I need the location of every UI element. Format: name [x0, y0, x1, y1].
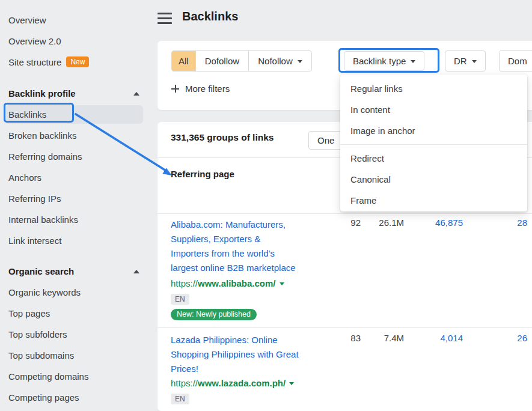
sidebar-item-label: Site structure — [8, 57, 61, 67]
title-line: Lazada Philippines: Online — [171, 333, 345, 347]
title-line: Suppliers, Exporters & — [171, 232, 345, 246]
sidebar-item-overview-2[interactable]: Overview 2.0 — [0, 31, 149, 52]
metric-link[interactable]: 4,014 — [415, 333, 463, 343]
sidebar-item-competing-pages[interactable]: Competing pages — [0, 387, 149, 408]
more-filters-label: More filters — [185, 84, 230, 94]
chevron-down-icon — [411, 60, 415, 63]
menu-hamburger-icon[interactable] — [157, 13, 172, 24]
sidebar-item-top-pages[interactable]: Top pages — [0, 303, 149, 324]
metric-value: 92 — [325, 218, 361, 228]
collapse-caret-icon — [133, 92, 139, 96]
chevron-down-icon — [298, 60, 302, 63]
url-scheme: https:// — [171, 278, 198, 288]
menu-divider — [340, 144, 527, 145]
menu-item-canonical[interactable]: Canonical — [340, 169, 527, 190]
sidebar: Overview Overview 2.0 Site structureNew … — [0, 0, 149, 411]
dr-filter-button[interactable]: DR — [445, 50, 486, 72]
chevron-down-icon[interactable] — [289, 382, 294, 385]
page-title: Backlinks — [182, 10, 238, 23]
plus-icon — [171, 85, 179, 93]
filter-dofollow-button[interactable]: Dofollow — [196, 51, 249, 71]
chevron-down-icon[interactable] — [280, 282, 284, 285]
domain-filter-button[interactable]: Dom — [499, 50, 532, 72]
menu-item-image-in-anchor[interactable]: Image in anchor — [340, 120, 527, 141]
referring-page-title-link[interactable]: Lazada Philippines: Online Shopping Phil… — [171, 333, 345, 376]
collapse-caret-icon — [133, 270, 139, 273]
section-title: Backlink profile — [8, 88, 76, 99]
sidebar-item-top-subfolders[interactable]: Top subfolders — [0, 324, 149, 345]
referring-page-url-link[interactable]: https://www.alibaba.com/ — [171, 278, 284, 288]
sidebar-spacer — [0, 73, 149, 83]
sidebar-item-referring-ips[interactable]: Referring IPs — [0, 188, 149, 209]
url-domain: www.lazada.com.ph/ — [198, 378, 286, 388]
column-header-referring-page[interactable]: Referring page — [171, 169, 234, 179]
menu-item-in-content[interactable]: In content — [340, 99, 527, 120]
menu-item-frame[interactable]: Frame — [340, 190, 527, 211]
metric-link[interactable]: 28 — [479, 218, 527, 228]
filter-all-button[interactable]: All — [172, 51, 196, 71]
sidebar-item-top-subdomains[interactable]: Top subdomains — [0, 345, 149, 366]
follow-filter-segmented-control: All Dofollow Nofollow — [171, 50, 312, 72]
menu-item-regular-links[interactable]: Regular links — [340, 78, 527, 99]
divider — [157, 327, 532, 328]
sidebar-item-overview[interactable]: Overview — [0, 10, 149, 31]
sidebar-item-competing-domains[interactable]: Competing domains — [0, 366, 149, 387]
language-badge: EN — [171, 394, 189, 404]
url-scheme: https:// — [171, 378, 198, 388]
app-screen: Overview Overview 2.0 Site structureNew … — [0, 0, 532, 411]
sidebar-section-backlink-profile[interactable]: Backlink profile — [0, 83, 149, 104]
sidebar-item-site-structure[interactable]: Site structureNew — [0, 52, 149, 73]
domain-filter-label: Dom — [508, 56, 527, 66]
title-line: Prices! — [171, 362, 345, 376]
referring-page-url-link[interactable]: https://www.lazada.com.ph/ — [171, 378, 294, 388]
dr-label: DR — [454, 56, 467, 66]
sidebar-item-backlinks[interactable]: Backlinks — [5, 105, 143, 124]
title-line: Shopping Philippines with Great — [171, 347, 345, 362]
filter-nofollow-button[interactable]: Nofollow — [249, 51, 311, 71]
menu-item-redirect[interactable]: Redirect — [340, 148, 527, 169]
metric-value: 83 — [325, 333, 361, 343]
sidebar-item-internal-backlinks[interactable]: Internal backlinks — [0, 209, 149, 230]
title-line: Importers from the world's — [171, 246, 345, 261]
sidebar-spacer — [0, 251, 149, 261]
sidebar-section-organic-search[interactable]: Organic search — [0, 261, 149, 282]
results-count: 331,365 groups of links — [171, 132, 274, 143]
more-filters-button[interactable]: More filters — [171, 78, 230, 99]
metric-link[interactable]: 46,875 — [415, 218, 463, 228]
url-domain: www.alibaba.com/ — [198, 278, 275, 288]
sidebar-item-broken-backlinks[interactable]: Broken backlinks — [0, 125, 149, 146]
title-line: Alibaba.com: Manufacturers, — [171, 218, 345, 232]
title-line: largest online B2B marketplace — [171, 261, 345, 275]
sidebar-item-organic-keywords[interactable]: Organic keywords — [0, 282, 149, 303]
language-badge: EN — [171, 294, 189, 305]
section-title: Organic search — [8, 266, 74, 276]
sidebar-item-referring-domains[interactable]: Referring domains — [0, 146, 149, 167]
backlink-type-filter-button[interactable]: Backlink type — [344, 51, 424, 71]
backlink-type-dropdown-menu: Regular links In content Image in anchor… — [340, 75, 527, 212]
metric-value: 7.4M — [368, 333, 404, 343]
group-mode-label: One — [317, 135, 334, 145]
referring-page-title-link[interactable]: Alibaba.com: Manufacturers, Suppliers, E… — [171, 218, 345, 275]
new-feature-badge: New — [66, 56, 89, 67]
metric-link[interactable]: 26 — [479, 333, 527, 343]
sidebar-item-anchors[interactable]: Anchors — [0, 167, 149, 188]
metric-value: 26.1M — [368, 218, 404, 228]
sidebar-item-link-intersect[interactable]: Link intersect — [0, 230, 149, 251]
divider — [157, 213, 532, 214]
filter-nofollow-label: Nofollow — [258, 56, 293, 66]
chevron-down-icon — [472, 60, 477, 63]
newly-published-badge: New: Newly published — [171, 309, 257, 320]
backlink-type-label: Backlink type — [353, 56, 406, 66]
